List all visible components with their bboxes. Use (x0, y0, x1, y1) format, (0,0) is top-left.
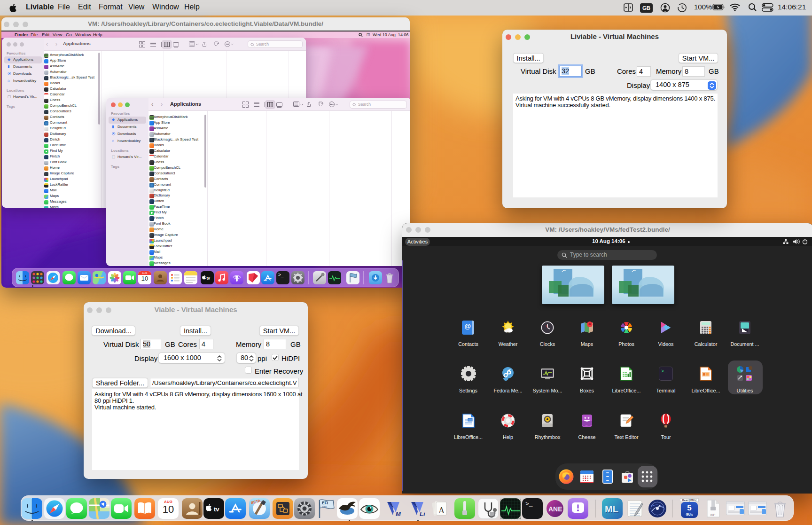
svg-text:Li: Li (420, 510, 425, 517)
svg-text:EFI: EFI (322, 501, 328, 505)
svg-text:M: M (396, 510, 401, 517)
svg-text:A: A (438, 506, 445, 515)
svg-text:tv: tv (214, 506, 219, 513)
svg-text:ANE: ANE (548, 505, 562, 513)
svg-text:flag: flag (322, 505, 327, 508)
svg-text:ML: ML (605, 504, 618, 514)
svg-text:tv: tv (207, 276, 211, 281)
svg-text:XIP: XIP (710, 513, 716, 517)
